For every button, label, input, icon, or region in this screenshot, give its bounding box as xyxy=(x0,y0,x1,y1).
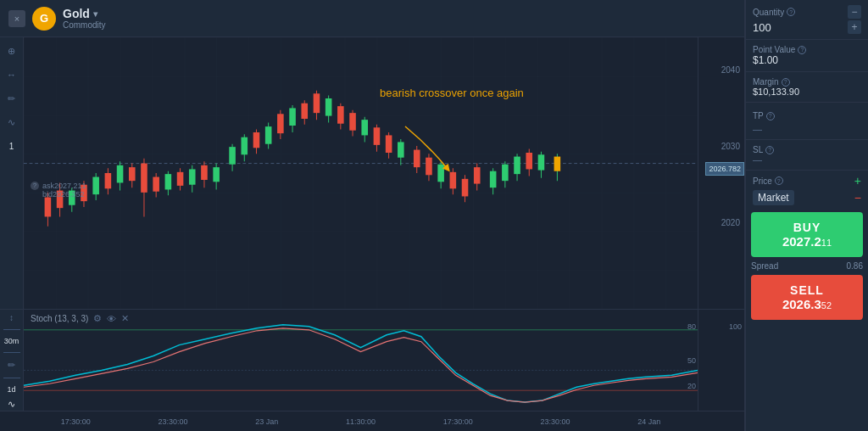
margin-label: Margin ? xyxy=(753,77,861,87)
price-label-2040: 2040 xyxy=(721,65,740,75)
x-label-3: 23 Jan xyxy=(255,417,278,426)
sl-label: SL ? xyxy=(753,145,861,154)
svg-rect-76 xyxy=(490,171,497,188)
price-plus-icon[interactable]: + xyxy=(854,174,861,188)
price-label: Price ? xyxy=(753,176,783,186)
price-label-2030: 2030 xyxy=(721,142,740,151)
stoch-tool-draw[interactable]: ✏ xyxy=(3,360,20,371)
svg-rect-30 xyxy=(201,165,208,180)
svg-rect-16 xyxy=(117,165,124,183)
stoch-settings-icon[interactable]: ⚙ xyxy=(93,313,102,324)
tp-info-icon[interactable]: ? xyxy=(766,112,775,120)
point-value: $1.00 xyxy=(753,54,861,66)
svg-rect-48 xyxy=(314,93,320,113)
bid-ask-display: ? ask2027.211 bid2026.352 xyxy=(31,182,86,199)
svg-rect-64 xyxy=(414,150,420,168)
margin-section: Margin ? $10,133.90 xyxy=(746,72,868,103)
sell-button[interactable]: SELL 2026.352 xyxy=(751,275,863,320)
quantity-decrease-btn[interactable]: − xyxy=(848,5,861,19)
svg-rect-14 xyxy=(105,173,112,188)
svg-rect-24 xyxy=(165,174,172,189)
svg-rect-22 xyxy=(153,177,159,192)
svg-rect-72 xyxy=(462,179,469,197)
candlestick-chart xyxy=(24,37,698,309)
point-value-section: Point Value ? $1.00 xyxy=(746,40,868,72)
svg-rect-42 xyxy=(277,114,284,133)
svg-rect-56 xyxy=(361,120,368,135)
svg-rect-46 xyxy=(301,104,308,119)
stoch-label: Stoch (13, 3, 3) ⚙ 👁 ✕ xyxy=(31,313,129,324)
sl-value: — xyxy=(753,154,861,165)
svg-rect-50 xyxy=(326,98,332,116)
price-minus-icon[interactable]: − xyxy=(854,191,861,204)
asset-type: Commodity xyxy=(63,20,106,30)
svg-rect-34 xyxy=(229,147,236,165)
stoch-visibility-icon[interactable]: 👁 xyxy=(107,314,116,324)
svg-rect-32 xyxy=(213,167,220,182)
tool-number[interactable]: 1 xyxy=(3,137,20,154)
svg-rect-58 xyxy=(374,127,381,145)
buy-button[interactable]: BUY 2027.211 xyxy=(751,212,863,257)
sell-label: SELL xyxy=(756,283,858,297)
quantity-info-icon[interactable]: ? xyxy=(787,8,795,16)
quantity-increase-btn[interactable]: + xyxy=(848,20,861,34)
svg-rect-38 xyxy=(253,132,260,148)
svg-rect-18 xyxy=(129,167,136,181)
price-info-icon[interactable]: ? xyxy=(775,176,783,185)
tool-wave[interactable]: ∿ xyxy=(3,114,20,131)
stoch-label-80: 80 xyxy=(687,322,696,331)
x-axis: 17:30:00 23:30:00 23 Jan 11:30:00 17:30:… xyxy=(0,411,744,431)
margin-info-icon[interactable]: ? xyxy=(782,78,790,87)
svg-rect-66 xyxy=(426,158,432,176)
svg-rect-84 xyxy=(538,154,545,170)
x-label-2: 23:30:00 xyxy=(159,417,188,426)
svg-rect-70 xyxy=(450,172,457,188)
x-label-6: 23:30:00 xyxy=(540,417,570,426)
price-section: Price ? + Market − xyxy=(746,171,868,209)
buy-price-sub: 11 xyxy=(821,238,832,248)
current-price-label: 2026.782 xyxy=(705,162,744,176)
asset-name: Gold ▾ xyxy=(63,7,106,20)
timeframe-30m[interactable]: 30m xyxy=(3,337,20,345)
main-chart-canvas[interactable]: ? ask2027.211 bid2026.352 bearish crosso… xyxy=(24,37,698,309)
price-label-2020: 2020 xyxy=(721,217,740,227)
close-button[interactable]: × xyxy=(8,10,25,27)
svg-rect-60 xyxy=(386,135,392,153)
quantity-input[interactable] xyxy=(753,21,812,34)
x-label-4: 11:30:00 xyxy=(346,417,376,426)
tool-crosshair[interactable]: ⊕ xyxy=(3,42,20,59)
chart-header: × G Gold ▾ Commodity xyxy=(0,0,744,37)
price-type[interactable]: Market xyxy=(753,190,794,205)
tool-draw[interactable]: ✏ xyxy=(3,90,20,107)
svg-rect-20 xyxy=(141,164,147,193)
bid-price: bid2026.352 xyxy=(42,190,85,199)
svg-rect-28 xyxy=(189,169,196,184)
stoch-tool-1[interactable]: ↕ xyxy=(3,313,20,322)
stoch-tool-wave[interactable]: ∿ xyxy=(3,399,20,410)
timeframe-1d[interactable]: 1d xyxy=(3,385,20,394)
svg-rect-44 xyxy=(289,108,296,126)
tool-measure[interactable]: ↔ xyxy=(3,66,20,83)
x-label-7: 24 Jan xyxy=(637,417,660,426)
tp-section: TP ? — xyxy=(746,103,868,140)
price-axis: 2040 2030 2020 2026.782 xyxy=(698,37,744,309)
asset-info: Gold ▾ Commodity xyxy=(63,7,106,30)
x-label-1: 17:30:00 xyxy=(61,417,91,426)
stoch-close-icon[interactable]: ✕ xyxy=(121,313,129,324)
svg-rect-4 xyxy=(45,198,52,217)
right-panel: Quantity ? − + Point Value ? $1.00 Margi… xyxy=(745,0,868,431)
close-icon: × xyxy=(14,14,19,24)
stoch-indicator: ↕ 30m ✏ 1d ∿ Stoch (13, 3, 3) ⚙ 👁 ✕ xyxy=(0,309,744,411)
stoch-chart xyxy=(24,310,698,411)
ask-price: ask2027.211 xyxy=(42,182,86,190)
sl-info-icon[interactable]: ? xyxy=(765,146,774,154)
stoch-canvas[interactable]: Stoch (13, 3, 3) ⚙ 👁 ✕ xyxy=(24,310,698,411)
margin-value: $10,133.90 xyxy=(753,87,861,97)
stoch-label-50: 50 xyxy=(687,356,696,365)
dropdown-icon[interactable]: ▾ xyxy=(93,9,97,19)
x-label-5: 17:30:00 xyxy=(443,417,473,426)
buy-label: BUY xyxy=(756,221,858,234)
point-value-info-icon[interactable]: ? xyxy=(798,46,806,54)
spread-label: Spread xyxy=(751,261,778,271)
left-toolbar: ⊕ ↔ ✏ ∿ 1 xyxy=(0,37,24,309)
